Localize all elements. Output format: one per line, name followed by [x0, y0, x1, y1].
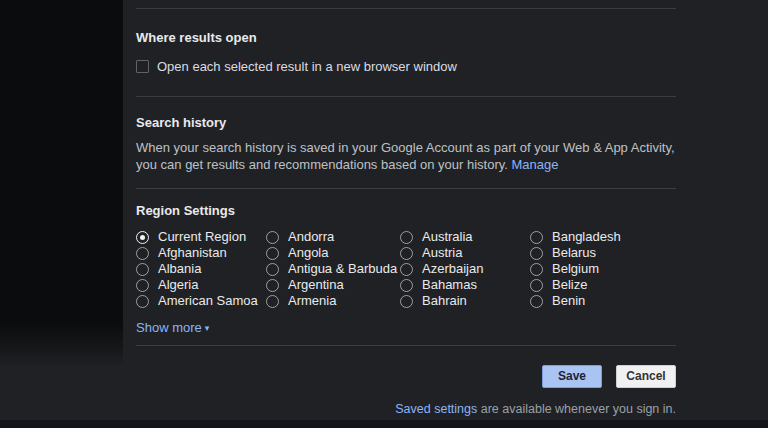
region-radio-bahrain[interactable]: Bahrain: [400, 295, 530, 307]
cancel-button[interactable]: Cancel: [616, 365, 676, 388]
radio-icon[interactable]: [400, 279, 413, 292]
search-history-description: When your search history is saved in you…: [136, 139, 676, 173]
region-radio-label: Albania: [158, 263, 201, 275]
radio-icon[interactable]: [136, 279, 149, 292]
region-radio-label: Andorra: [288, 231, 334, 243]
settings-content: Where results open Open each selected re…: [136, 0, 676, 417]
region-column: AustraliaAustriaAzerbaijanBahamasBahrain: [400, 231, 530, 307]
show-more-link[interactable]: Show more▾: [136, 320, 209, 336]
radio-icon[interactable]: [266, 295, 279, 308]
radio-icon[interactable]: [530, 279, 543, 292]
divider: [136, 96, 676, 97]
radio-icon[interactable]: [530, 263, 543, 276]
region-radio-label: Belarus: [552, 247, 596, 259]
region-settings-heading: Region Settings: [136, 203, 676, 218]
radio-icon[interactable]: [400, 231, 413, 244]
region-radio-label: Afghanistan: [158, 247, 227, 259]
search-history-heading: Search history: [136, 115, 676, 130]
region-grid: Current RegionAfghanistanAlbaniaAlgeriaA…: [136, 231, 676, 307]
region-radio-label: Benin: [552, 295, 585, 307]
region-column: Current RegionAfghanistanAlbaniaAlgeriaA…: [136, 231, 266, 307]
radio-icon[interactable]: [400, 295, 413, 308]
region-radio-afghanistan[interactable]: Afghanistan: [136, 247, 266, 259]
region-radio-australia[interactable]: Australia: [400, 231, 530, 243]
region-radio-label: Austria: [422, 247, 462, 259]
region-column: BangladeshBelarusBelgiumBelizeBenin: [530, 231, 676, 307]
region-radio-albania[interactable]: Albania: [136, 263, 266, 275]
region-radio-label: Bahamas: [422, 279, 477, 291]
divider: [136, 345, 676, 346]
radio-icon[interactable]: [400, 263, 413, 276]
radio-icon[interactable]: [530, 247, 543, 260]
region-radio-label: Australia: [422, 231, 473, 243]
divider: [136, 188, 676, 189]
region-radio-andorra[interactable]: Andorra: [266, 231, 400, 243]
region-radio-american-samoa[interactable]: American Samoa: [136, 295, 266, 307]
radio-icon[interactable]: [136, 263, 149, 276]
action-buttons: Save Cancel: [136, 365, 676, 388]
region-radio-austria[interactable]: Austria: [400, 247, 530, 259]
region-radio-label: American Samoa: [158, 295, 258, 307]
radio-icon[interactable]: [266, 263, 279, 276]
signin-caption: Saved settings are available whenever yo…: [136, 402, 676, 417]
show-more-label: Show more: [136, 320, 202, 335]
signin-caption-text: are available whenever you sign in.: [477, 402, 676, 416]
new-window-checkbox-label: Open each selected result in a new brows…: [157, 59, 457, 74]
region-radio-label: Azerbaijan: [422, 263, 483, 275]
region-radio-label: Bahrain: [422, 295, 467, 307]
radio-icon[interactable]: [136, 247, 149, 260]
radio-icon[interactable]: [266, 247, 279, 260]
region-radio-antigua-barbuda[interactable]: Antigua & Barbuda: [266, 263, 400, 275]
region-radio-algeria[interactable]: Algeria: [136, 279, 266, 291]
region-radio-belgium[interactable]: Belgium: [530, 263, 676, 275]
region-radio-label: Belgium: [552, 263, 599, 275]
region-radio-angola[interactable]: Angola: [266, 247, 400, 259]
radio-icon[interactable]: [136, 231, 149, 244]
left-black-panel: [0, 0, 123, 368]
region-radio-label: Bangladesh: [552, 231, 621, 243]
search-history-text: When your search history is saved in you…: [136, 140, 675, 172]
chevron-down-icon: ▾: [205, 323, 210, 333]
divider: [136, 8, 676, 9]
region-radio-label: Belize: [552, 279, 587, 291]
region-radio-label: Angola: [288, 247, 328, 259]
radio-icon[interactable]: [530, 231, 543, 244]
region-radio-bangladesh[interactable]: Bangladesh: [530, 231, 676, 243]
radio-icon[interactable]: [400, 247, 413, 260]
region-radio-belarus[interactable]: Belarus: [530, 247, 676, 259]
region-radio-bahamas[interactable]: Bahamas: [400, 279, 530, 291]
where-results-open-heading: Where results open: [136, 30, 676, 45]
bottom-black-edge: [0, 420, 768, 428]
region-radio-benin[interactable]: Benin: [530, 295, 676, 307]
checkbox-icon[interactable]: [136, 60, 149, 73]
region-radio-armenia[interactable]: Armenia: [266, 295, 400, 307]
region-radio-current-region[interactable]: Current Region: [136, 231, 266, 243]
radio-icon[interactable]: [266, 279, 279, 292]
radio-icon[interactable]: [530, 295, 543, 308]
region-radio-belize[interactable]: Belize: [530, 279, 676, 291]
region-radio-label: Antigua & Barbuda: [288, 263, 397, 275]
region-radio-label: Algeria: [158, 279, 198, 291]
region-radio-label: Armenia: [288, 295, 336, 307]
region-column: AndorraAngolaAntigua & BarbudaArgentinaA…: [266, 231, 400, 307]
new-window-checkbox-row[interactable]: Open each selected result in a new brows…: [136, 59, 676, 74]
region-radio-label: Current Region: [158, 231, 246, 243]
radio-icon[interactable]: [136, 295, 149, 308]
region-radio-label: Argentina: [288, 279, 344, 291]
manage-link[interactable]: Manage: [512, 157, 559, 172]
region-radio-azerbaijan[interactable]: Azerbaijan: [400, 263, 530, 275]
region-radio-argentina[interactable]: Argentina: [266, 279, 400, 291]
save-button[interactable]: Save: [542, 365, 602, 388]
saved-settings-link[interactable]: Saved settings: [395, 402, 477, 416]
radio-icon[interactable]: [266, 231, 279, 244]
